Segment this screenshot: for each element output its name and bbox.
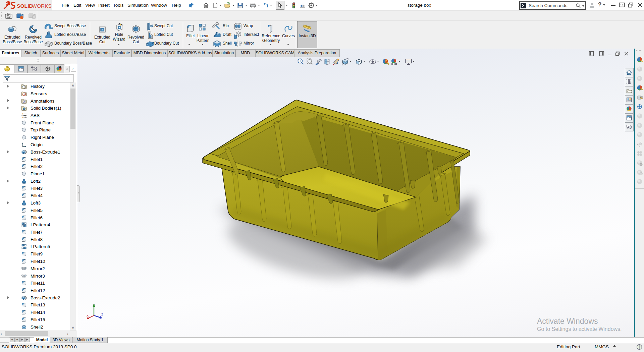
svg-text:WORKS: WORKS [32,3,52,9]
svg-text:SOLID: SOLID [17,3,33,9]
svg-text:A: A [336,61,338,65]
svg-text:X: X [87,314,89,317]
svg-text:Z: Z [101,313,103,316]
svg-text:Y: Y [93,303,95,307]
